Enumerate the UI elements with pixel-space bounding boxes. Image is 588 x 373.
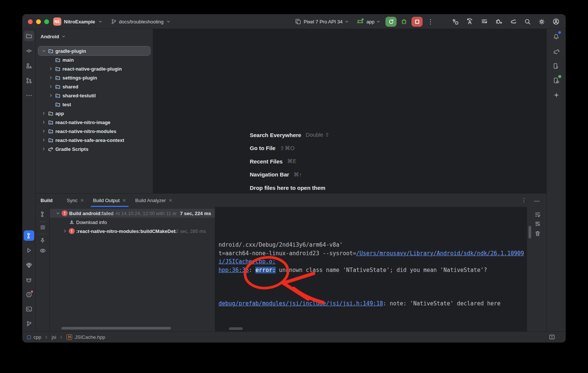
- chevron-right-icon[interactable]: [41, 146, 47, 152]
- console-file-link[interactable]: hpp:36:36: [219, 267, 249, 273]
- view-options-icon[interactable]: [39, 247, 46, 254]
- breadcrumb-item[interactable]: cpp: [33, 334, 41, 340]
- project-widget[interactable]: NE NitroExample: [53, 14, 103, 29]
- tree-item-shared-testutil[interactable]: shared-testutil: [38, 91, 150, 100]
- tree-item-gradle-scripts[interactable]: Gradle Scripts: [38, 145, 150, 153]
- horizontal-scrollbar[interactable]: [61, 327, 171, 330]
- console-file-link[interactable]: /Users/mrousavy/Library/Android/sdk/ndk/…: [356, 250, 524, 257]
- chevron-right-icon[interactable]: [41, 137, 47, 143]
- terminal-tool-button[interactable]: [24, 304, 34, 314]
- search-everywhere-icon[interactable]: [524, 18, 531, 25]
- ai-actions-icon[interactable]: [466, 18, 474, 25]
- settings-icon[interactable]: [538, 18, 545, 25]
- vcs-branch-widget[interactable]: docs/troubleshooting: [111, 14, 171, 29]
- project-view-selector[interactable]: Android: [36, 29, 153, 44]
- chevron-right-icon[interactable]: [48, 66, 54, 71]
- stop-button[interactable]: [411, 17, 423, 27]
- tab-build-output[interactable]: Build Output✕: [88, 194, 130, 207]
- tree-item-react-native-nitro-image[interactable]: react-native-nitro-image: [38, 118, 150, 127]
- device-manager-icon: [553, 62, 560, 69]
- build-project-icon[interactable]: [452, 18, 459, 25]
- editor-area[interactable]: Search EverywhereDouble ⇧Go to File⇧⌘ORe…: [153, 29, 546, 193]
- tree-item-settings-plugin[interactable]: settings-plugin: [38, 73, 150, 82]
- run-tool-button[interactable]: [24, 245, 34, 256]
- chevron-right-icon[interactable]: [41, 111, 47, 116]
- account-icon[interactable]: [552, 18, 560, 25]
- console-vertical-scrollbar[interactable]: [529, 226, 531, 239]
- build-console[interactable]: ndroid/.cxx/Debug/2nd4i3y6/arm64-v8a't=a…: [215, 207, 527, 331]
- folder-icon: [26, 33, 32, 39]
- chevron-right-icon[interactable]: [41, 129, 47, 134]
- app-quality-insights-button[interactable]: [24, 260, 34, 270]
- scroll-to-end-icon[interactable]: [534, 221, 541, 227]
- build-task-node[interactable]: !:react-native-nitro-modules:buildCMakeD…: [50, 227, 215, 236]
- chevron-right-icon[interactable]: [48, 75, 54, 80]
- tree-item-test[interactable]: test: [38, 100, 150, 109]
- ide-window: NE NitroExample docs/troubleshooting Pix…: [22, 14, 566, 343]
- rerun-button[interactable]: [385, 17, 397, 27]
- resource-manager-button[interactable]: [24, 61, 34, 71]
- running-devices-button[interactable]: [551, 75, 562, 85]
- close-tab-icon[interactable]: ✕: [122, 198, 126, 203]
- chevron-right-icon[interactable]: [62, 228, 68, 234]
- console-file-link[interactable]: i/JSICache.cpp.o:: [219, 258, 276, 265]
- more-actions-button[interactable]: ⋮: [427, 18, 433, 26]
- problems-tool-button[interactable]: [24, 289, 34, 300]
- chevron-right-icon[interactable]: [48, 93, 54, 98]
- status-bar: cppjsiHJSICache.hpp: [22, 331, 566, 343]
- debug-button[interactable]: [400, 18, 408, 25]
- notifications-button[interactable]: [551, 31, 562, 41]
- run-config-selector[interactable]: app: [366, 19, 375, 25]
- commit-tool-button[interactable]: [24, 46, 34, 56]
- attach-debugger-icon[interactable]: [495, 18, 503, 25]
- gemini-tool-button[interactable]: [551, 90, 562, 100]
- breadcrumb-item[interactable]: jsi: [52, 334, 56, 340]
- shortcut-hint: Navigation Bar⌘↑: [250, 171, 330, 179]
- soft-wrap-icon[interactable]: [534, 211, 541, 218]
- options-menu-button[interactable]: ⋮: [521, 197, 527, 204]
- device-manager-button[interactable]: [551, 61, 562, 71]
- build-tool-button[interactable]: [24, 230, 34, 241]
- pin-tab-icon[interactable]: [39, 237, 46, 244]
- build-download-info-node[interactable]: Download info: [50, 218, 215, 227]
- project-tool-button[interactable]: [24, 31, 34, 41]
- event-log-icon[interactable]: [549, 334, 555, 341]
- tree-item-app[interactable]: app: [38, 109, 150, 118]
- tree-item-react-native-safe-area-context[interactable]: react-native-safe-area-context: [38, 136, 150, 145]
- rerun-build-icon[interactable]: [39, 211, 46, 217]
- chevron-right-icon[interactable]: [41, 120, 47, 125]
- tree-item-shared[interactable]: shared: [38, 82, 150, 91]
- more-tools-button[interactable]: [24, 90, 34, 101]
- profiler-icon[interactable]: [481, 18, 488, 25]
- module-folder-icon: [54, 93, 61, 98]
- tree-item-main[interactable]: main: [38, 55, 150, 64]
- version-control-button[interactable]: [24, 318, 34, 329]
- pull-requests-button[interactable]: [24, 75, 34, 86]
- hide-panel-button[interactable]: —: [534, 197, 540, 204]
- chevron-down-icon[interactable]: [55, 211, 61, 216]
- tab-sync[interactable]: Sync✕: [62, 194, 89, 207]
- tree-item-react-native-nitro-modules[interactable]: react-native-nitro-modules: [38, 127, 150, 136]
- chevron-right-icon[interactable]: [48, 84, 54, 89]
- stop-build-icon[interactable]: [41, 225, 45, 230]
- fullscreen-window-button[interactable]: [44, 19, 49, 24]
- close-tab-icon[interactable]: ✕: [168, 198, 172, 203]
- logcat-tool-button[interactable]: [24, 275, 34, 285]
- build-root-node[interactable]: !Build android: failedAt 14.10.24, 12:00…: [50, 209, 215, 218]
- console-horizontal-scrollbar[interactable]: [229, 327, 243, 330]
- console-file-link[interactable]: debug/prefab/modules/jsi/include/jsi/jsi…: [219, 300, 383, 307]
- chevron-down-icon[interactable]: [41, 48, 47, 53]
- gradle-sync-icon[interactable]: [510, 18, 517, 25]
- shortcut-hint: Recent Files⌘E: [250, 157, 330, 165]
- breadcrumb-item[interactable]: JSICache.hpp: [75, 334, 105, 340]
- close-tab-icon[interactable]: ✕: [80, 198, 84, 203]
- close-window-button[interactable]: [28, 19, 33, 24]
- device-selector[interactable]: Pixel 7 Pro API 34: [304, 19, 343, 25]
- gradle-tool-button[interactable]: [551, 46, 562, 56]
- tab-build-analyzer[interactable]: Build Analyzer✕: [131, 194, 177, 207]
- tree-item-react-native-gradle-plugin[interactable]: react-native-gradle-plugin: [38, 64, 150, 73]
- minimize-window-button[interactable]: [36, 19, 41, 24]
- clear-all-icon[interactable]: [534, 230, 541, 237]
- tree-item-gradle-plugin[interactable]: gradle-plugin: [38, 46, 150, 55]
- console-output: ndroid/.cxx/Debug/2nd4i3y6/arm64-v8a't=a…: [215, 207, 527, 308]
